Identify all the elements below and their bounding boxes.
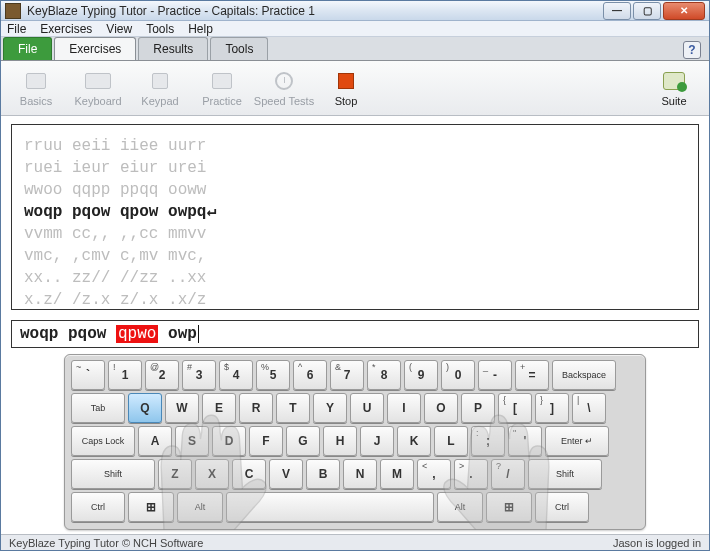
key-shift-right[interactable]: Shift: [528, 459, 602, 489]
typed-correct: woqp pqow: [20, 325, 116, 343]
toolbar-suite[interactable]: Suite: [643, 61, 705, 115]
content-area: rruu eeii iiee uurr ruei ieur eiur urei …: [1, 116, 709, 534]
key-l[interactable]: L: [434, 426, 468, 456]
key-alt-right[interactable]: Alt: [437, 492, 483, 522]
close-button[interactable]: ✕: [663, 2, 705, 20]
key-alt-left[interactable]: Alt: [177, 492, 223, 522]
key-\[interactable]: |\: [572, 393, 606, 423]
tab-results[interactable]: Results: [138, 37, 208, 60]
key-i[interactable]: I: [387, 393, 421, 423]
lesson-line: vmc, ,cmv c,mv mvc,: [24, 245, 686, 267]
key-x[interactable]: X: [195, 459, 229, 489]
key-win-right[interactable]: ⊞: [486, 492, 532, 522]
key-h[interactable]: H: [323, 426, 357, 456]
key-space[interactable]: [226, 492, 434, 522]
key-shift-left[interactable]: Shift: [71, 459, 155, 489]
key-ctrl-right[interactable]: Ctrl: [535, 492, 589, 522]
key-n[interactable]: N: [343, 459, 377, 489]
key-w[interactable]: W: [165, 393, 199, 423]
key-backspace[interactable]: Backspace: [552, 360, 616, 390]
key-d[interactable]: D: [212, 426, 246, 456]
key-j[interactable]: J: [360, 426, 394, 456]
key-m[interactable]: M: [380, 459, 414, 489]
key-enter[interactable]: Enter ↵: [545, 426, 609, 456]
toolbar-keyboard-label: Keyboard: [74, 95, 121, 107]
key-,[interactable]: <,: [417, 459, 451, 489]
typed-correct: owp: [158, 325, 196, 343]
tab-exercises[interactable]: Exercises: [54, 37, 136, 60]
key--[interactable]: _-: [478, 360, 512, 390]
key-=[interactable]: +=: [515, 360, 549, 390]
key-'[interactable]: "': [508, 426, 542, 456]
menu-exercises[interactable]: Exercises: [40, 22, 92, 36]
key-r[interactable]: R: [239, 393, 273, 423]
tabstrip: File Exercises Results Tools ?: [1, 37, 709, 61]
text-cursor: [198, 325, 199, 343]
key-z[interactable]: Z: [158, 459, 192, 489]
key-y[interactable]: Y: [313, 393, 347, 423]
key-k[interactable]: K: [397, 426, 431, 456]
key-3[interactable]: #3: [182, 360, 216, 390]
key-c[interactable]: C: [232, 459, 266, 489]
key-2[interactable]: @2: [145, 360, 179, 390]
toolbar-suite-label: Suite: [661, 95, 686, 107]
key-9[interactable]: (9: [404, 360, 438, 390]
lesson-line: ruei ieur eiur urei: [24, 157, 686, 179]
lesson-line: xx.. zz// //zz ..xx: [24, 267, 686, 289]
key-f[interactable]: F: [249, 426, 283, 456]
key-tab[interactable]: Tab: [71, 393, 125, 423]
key-7[interactable]: &7: [330, 360, 364, 390]
key-g[interactable]: G: [286, 426, 320, 456]
key-v[interactable]: V: [269, 459, 303, 489]
key-;[interactable]: :;: [471, 426, 505, 456]
tab-file[interactable]: File: [3, 37, 52, 60]
key-/[interactable]: ?/: [491, 459, 525, 489]
app-window: KeyBlaze Typing Tutor - Practice - Capit…: [0, 0, 710, 551]
key-capslock[interactable]: Caps Lock: [71, 426, 135, 456]
key-b[interactable]: B: [306, 459, 340, 489]
app-icon: [5, 3, 21, 19]
key-s[interactable]: S: [175, 426, 209, 456]
key-[[interactable]: {[: [498, 393, 532, 423]
typing-input[interactable]: woqp pqow qpwo owp: [11, 320, 699, 348]
menu-help[interactable]: Help: [188, 22, 213, 36]
toolbar-keyboard: Keyboard: [67, 61, 129, 115]
key-win-left[interactable]: ⊞: [128, 492, 174, 522]
maximize-button[interactable]: ▢: [633, 2, 661, 20]
lesson-line: vvmm cc,, ,,cc mmvv: [24, 223, 686, 245]
suite-icon: [661, 70, 687, 92]
key-a[interactable]: A: [138, 426, 172, 456]
help-button[interactable]: ?: [683, 41, 701, 59]
key-`[interactable]: ~`: [71, 360, 105, 390]
key-.[interactable]: >.: [454, 459, 488, 489]
key-5[interactable]: %5: [256, 360, 290, 390]
key-][interactable]: }]: [535, 393, 569, 423]
toolbar-basics-label: Basics: [20, 95, 52, 107]
key-0[interactable]: )0: [441, 360, 475, 390]
toolbar-keypad: Keypad: [129, 61, 191, 115]
menu-file[interactable]: File: [7, 22, 26, 36]
key-u[interactable]: U: [350, 393, 384, 423]
key-p[interactable]: P: [461, 393, 495, 423]
key-e[interactable]: E: [202, 393, 236, 423]
keyboard-icon: [85, 70, 111, 92]
key-1[interactable]: !1: [108, 360, 142, 390]
toolbar-practice: Practice: [191, 61, 253, 115]
toolbar-stop[interactable]: Stop: [315, 61, 377, 115]
key-t[interactable]: T: [276, 393, 310, 423]
key-6[interactable]: ^6: [293, 360, 327, 390]
key-4[interactable]: $4: [219, 360, 253, 390]
key-ctrl-left[interactable]: Ctrl: [71, 492, 125, 522]
key-q[interactable]: Q: [128, 393, 162, 423]
key-8[interactable]: *8: [367, 360, 401, 390]
menu-view[interactable]: View: [106, 22, 132, 36]
toolbar-basics: Basics: [5, 61, 67, 115]
toolbar-stop-label: Stop: [335, 95, 358, 107]
minimize-button[interactable]: —: [603, 2, 631, 20]
basics-icon: [23, 70, 49, 92]
key-o[interactable]: O: [424, 393, 458, 423]
menu-tools[interactable]: Tools: [146, 22, 174, 36]
keyboard-wrap: ~`!1@2#3$4%5^6&7*8(9)0_-+=Backspace TabQ…: [11, 354, 699, 530]
tab-tools[interactable]: Tools: [210, 37, 268, 60]
clock-icon: [271, 70, 297, 92]
